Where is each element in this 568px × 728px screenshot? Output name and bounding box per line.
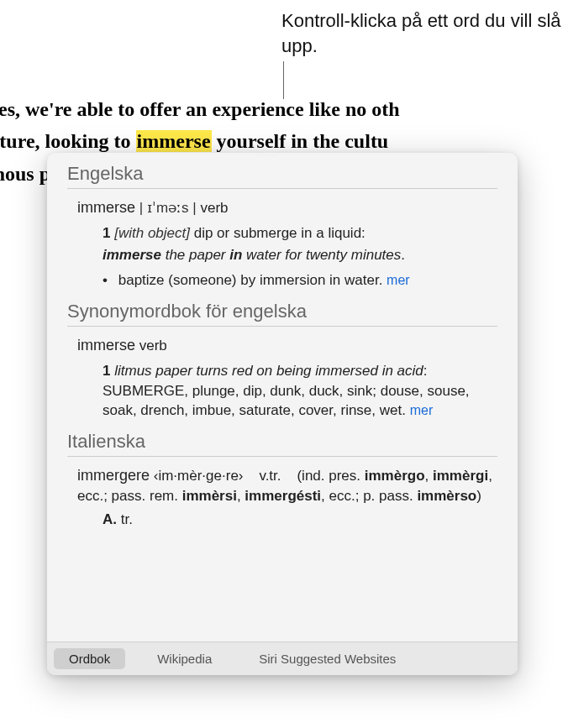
headword: immerse — [77, 199, 135, 216]
popover-body: Engelska immerse | ɪˈməːs | verb 1 [with… — [47, 153, 518, 642]
thesaurus-example: litmus paper turns red on being immersed… — [114, 363, 423, 379]
headword: immerse — [77, 337, 135, 354]
callout-text: Kontroll-klicka på ett ord du vill slå u… — [281, 8, 568, 58]
subsense-definition: baptize (someone) by immersion in water. — [118, 272, 383, 288]
thesaurus-sense-1: 1 litmus paper turns red on being immers… — [77, 361, 497, 421]
synonym-primary: SUBMERGE — [103, 383, 184, 399]
sense-abbr: tr. — [121, 511, 133, 527]
doc-line-1: ckages, we're able to offer an experienc… — [0, 93, 568, 125]
part-of-speech: v.tr. — [259, 468, 281, 484]
part-of-speech: verb — [139, 338, 167, 354]
bullet-icon: • — [103, 270, 114, 291]
tab-dictionary[interactable]: Ordbok — [54, 648, 125, 669]
english-entry: immerse | ɪˈməːs | verb 1 [with object] … — [67, 197, 497, 291]
italian-entry: immergere ‹im·mèr·ge·re› v.tr. (ind. pre… — [67, 465, 497, 530]
headword: immergere — [77, 467, 150, 484]
sense-number: 1 — [103, 225, 110, 241]
highlighted-word[interactable]: immerse — [136, 130, 212, 152]
english-headline: immerse | ɪˈməːs | verb — [77, 197, 497, 218]
lookup-popover: Engelska immerse | ɪˈməːs | verb 1 [with… — [47, 153, 518, 675]
sense-letter: A. — [103, 511, 117, 527]
part-of-speech: verb — [200, 200, 228, 216]
english-sense-1: 1 [with object] dip or submerge in a liq… — [77, 223, 497, 265]
section-italian-title: Italienska — [67, 431, 497, 457]
italian-sense-a: A. tr. — [77, 510, 497, 530]
section-thesaurus-title: Synonymordbok för engelska — [67, 301, 497, 327]
section-english-title: Engelska — [67, 163, 497, 189]
sense-label: [with object] — [114, 225, 190, 241]
thesaurus-entry: immerse verb 1 litmus paper turns red on… — [67, 335, 497, 422]
pronunciation: | ɪˈməːs | — [139, 200, 197, 216]
sense-example: immerse the paper in water for twenty mi… — [103, 245, 497, 265]
popover-footer: Ordbok Wikipedia Siri Suggested Websites — [47, 642, 518, 675]
sense-number: 1 — [103, 363, 110, 379]
pronunciation: ‹im·mèr·ge·re› — [154, 468, 244, 484]
english-subsense: • baptize (someone) by immersion in wate… — [77, 270, 497, 291]
tab-wikipedia[interactable]: Wikipedia — [142, 648, 227, 669]
sense-definition: dip or submerge in a liquid: — [194, 225, 366, 241]
thesaurus-headline: immerse verb — [77, 335, 497, 356]
italian-headline: immergere ‹im·mèr·ge·re› v.tr. (ind. pre… — [77, 465, 497, 506]
more-link[interactable]: mer — [410, 403, 434, 417]
more-link[interactable]: mer — [387, 273, 410, 287]
tab-siri-suggested[interactable]: Siri Suggested Websites — [244, 648, 411, 669]
